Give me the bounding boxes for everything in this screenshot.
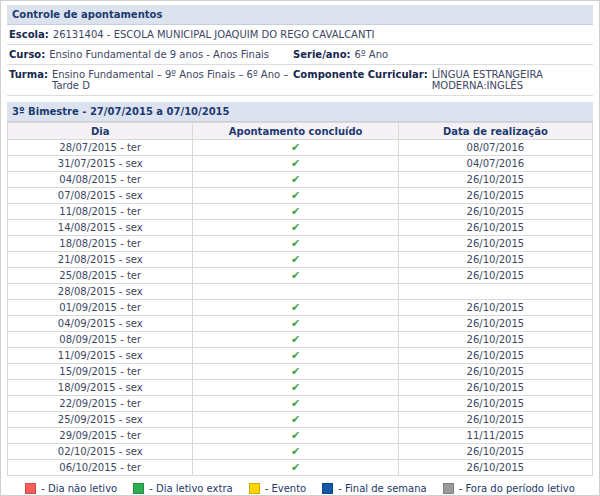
table-row: 22/09/2015 - ter✔26/10/2015 — [8, 396, 593, 412]
realization-date-cell: 26/10/2015 — [398, 316, 592, 332]
concluded-cell: ✔ — [193, 460, 398, 476]
table-row: 25/08/2015 - ter✔26/10/2015 — [8, 268, 593, 284]
page-title: Controle de apontamentos — [7, 5, 593, 25]
legend-label: - Dia letivo extra — [149, 483, 232, 494]
realization-date-cell: 26/10/2015 — [398, 332, 592, 348]
legend-color-swatch — [133, 483, 144, 494]
concluded-cell: ✔ — [193, 316, 398, 332]
class-label: Turma: — [9, 69, 48, 91]
check-icon: ✔ — [291, 317, 300, 330]
realization-date-cell: 26/10/2015 — [398, 412, 592, 428]
check-icon: ✔ — [291, 173, 300, 186]
legend-item: - Evento — [249, 483, 307, 494]
table-row: 04/08/2015 - ter✔26/10/2015 — [8, 172, 593, 188]
realization-date-cell: 26/10/2015 — [398, 444, 592, 460]
table-row: 07/08/2015 - sex✔26/10/2015 — [8, 188, 593, 204]
table-row: 29/09/2015 - ter✔11/11/2015 — [8, 428, 593, 444]
day-cell: 11/08/2015 - ter — [8, 204, 193, 220]
table-row: 06/10/2015 - ter✔26/10/2015 — [8, 460, 593, 476]
table-row: 28/07/2015 - ter✔08/07/2016 — [8, 140, 593, 156]
legend: - Dia não letivo- Dia letivo extra- Even… — [7, 483, 593, 494]
legend-color-swatch — [443, 483, 454, 494]
legend-label: - Dia não letivo — [41, 483, 117, 494]
concluded-cell: ✔ — [193, 220, 398, 236]
table-header-row: Dia Apontamento concluído Data de realiz… — [8, 123, 593, 140]
concluded-cell: ✔ — [193, 348, 398, 364]
grade-label: Serie/ano: — [293, 49, 351, 60]
check-icon: ✔ — [291, 349, 300, 362]
curricular-component-value: LÍNGUA ESTRANGEIRA MODERNA:INGLÊS — [432, 69, 591, 91]
course-info-row: Curso: Ensino Fundamental de 9 anos - An… — [7, 45, 593, 65]
realization-date-cell: 11/11/2015 — [398, 428, 592, 444]
legend-item: - Dia não letivo — [25, 483, 117, 494]
day-cell: 28/08/2015 - sex — [8, 284, 193, 300]
column-header-day: Dia — [8, 123, 193, 140]
legend-color-swatch — [249, 483, 260, 494]
realization-date-cell: 26/10/2015 — [398, 348, 592, 364]
check-icon: ✔ — [291, 237, 300, 250]
realization-date-cell: 26/10/2015 — [398, 268, 592, 284]
appointments-table: Dia Apontamento concluído Data de realiz… — [7, 122, 593, 476]
concluded-cell: ✔ — [193, 172, 398, 188]
check-icon: ✔ — [291, 221, 300, 234]
day-cell: 22/09/2015 - ter — [8, 396, 193, 412]
legend-item: - Dia letivo extra — [133, 483, 232, 494]
check-icon: ✔ — [291, 445, 300, 458]
check-icon: ✔ — [291, 141, 300, 154]
check-icon: ✔ — [291, 205, 300, 218]
concluded-cell: ✔ — [193, 236, 398, 252]
realization-date-cell: 26/10/2015 — [398, 252, 592, 268]
day-cell: 18/08/2015 - ter — [8, 236, 193, 252]
day-cell: 08/09/2015 - ter — [8, 332, 193, 348]
class-value: Ensino Fundamental – 9º Anos Finais – 6º… — [52, 69, 293, 91]
course-value: Ensino Fundamental de 9 anos - Anos Fina… — [49, 49, 269, 60]
school-value: 26131404 - ESCOLA MUNICIPAL JOAQUIM DO R… — [53, 29, 375, 40]
realization-date-cell: 26/10/2015 — [398, 188, 592, 204]
legend-label: - Final de semana — [338, 483, 426, 494]
realization-date-cell: 26/10/2015 — [398, 220, 592, 236]
column-header-realization-date: Data de realização — [398, 123, 592, 140]
table-row: 11/08/2015 - ter✔26/10/2015 — [8, 204, 593, 220]
legend-label: - Evento — [265, 483, 307, 494]
realization-date-cell: 26/10/2015 — [398, 396, 592, 412]
concluded-cell: ✔ — [193, 364, 398, 380]
concluded-cell: ✔ — [193, 412, 398, 428]
check-icon: ✔ — [291, 333, 300, 346]
table-row: 02/10/2015 - sex✔26/10/2015 — [8, 444, 593, 460]
day-cell: 21/08/2015 - sex — [8, 252, 193, 268]
concluded-cell: ✔ — [193, 428, 398, 444]
table-row: 15/09/2015 - ter✔26/10/2015 — [8, 364, 593, 380]
table-row: 14/08/2015 - sex✔26/10/2015 — [8, 220, 593, 236]
concluded-cell: ✔ — [193, 156, 398, 172]
legend-item: - Fora do período letivo — [443, 483, 575, 494]
table-row: 18/08/2015 - ter✔26/10/2015 — [8, 236, 593, 252]
check-icon: ✔ — [291, 189, 300, 202]
day-cell: 25/08/2015 - ter — [8, 268, 193, 284]
check-icon: ✔ — [291, 413, 300, 426]
check-icon: ✔ — [291, 157, 300, 170]
table-row: 18/09/2015 - sex✔26/10/2015 — [8, 380, 593, 396]
check-icon: ✔ — [291, 381, 300, 394]
concluded-cell: ✔ — [193, 332, 398, 348]
realization-date-cell: 08/07/2016 — [398, 140, 592, 156]
day-cell: 28/07/2015 - ter — [8, 140, 193, 156]
concluded-cell: ✔ — [193, 268, 398, 284]
realization-date-cell: 26/10/2015 — [398, 300, 592, 316]
table-row: 11/09/2015 - sex✔26/10/2015 — [8, 348, 593, 364]
check-icon: ✔ — [291, 301, 300, 314]
day-cell: 04/09/2015 - sex — [8, 316, 193, 332]
check-icon: ✔ — [291, 461, 300, 474]
table-row: 28/08/2015 - sex — [8, 284, 593, 300]
day-cell: 14/08/2015 - sex — [8, 220, 193, 236]
concluded-cell: ✔ — [193, 252, 398, 268]
concluded-cell: ✔ — [193, 204, 398, 220]
day-cell: 11/09/2015 - sex — [8, 348, 193, 364]
realization-date-cell: 26/10/2015 — [398, 460, 592, 476]
curricular-component-label: Componente Curricular: — [293, 69, 428, 91]
table-row: 04/09/2015 - sex✔26/10/2015 — [8, 316, 593, 332]
school-info-row: Escola: 26131404 - ESCOLA MUNICIPAL JOAQ… — [7, 25, 593, 45]
course-label: Curso: — [9, 49, 45, 60]
concluded-cell: ✔ — [193, 380, 398, 396]
check-icon: ✔ — [291, 365, 300, 378]
realization-date-cell: 26/10/2015 — [398, 236, 592, 252]
